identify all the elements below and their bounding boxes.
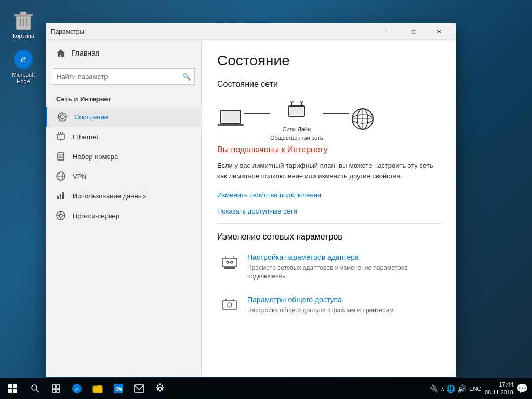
taskbar-right: 🔌 ∧ 🌐 🔊 ENG 17:44 08.11.2018 💬 (430, 381, 532, 397)
svg-rect-65 (13, 384, 17, 388)
taskbar-sys-icons: 🔌 ∧ 🌐 🔊 (430, 384, 466, 393)
svg-rect-72 (52, 389, 56, 392)
window-title: Параметры (51, 28, 377, 35)
sidebar-vpn-label: VPN (73, 172, 87, 180)
svg-rect-14 (57, 134, 64, 139)
svg-rect-28 (57, 196, 59, 200)
caret-icon: ∧ (441, 386, 444, 392)
adapter-desc: Просмотр сетевых адаптеров и изменение п… (247, 263, 437, 281)
main-content: Состояние Состояние сети (202, 40, 456, 377)
sidebar-item-datausage[interactable]: Использование данных (46, 186, 201, 206)
minimize-button[interactable]: — (377, 23, 401, 40)
taskbar-search-button[interactable] (25, 378, 46, 399)
info-text: Если у вас лимитный тарифный план, вы мо… (217, 161, 435, 181)
sidebar-item-vpn[interactable]: VPN (46, 166, 201, 186)
recycle-bin-icon[interactable]: Корзина (5, 8, 42, 41)
clock-date: 08.11.2018 (485, 389, 513, 396)
taskbar-mail-icon (134, 384, 144, 393)
network-status-title: Состояние сети (217, 79, 441, 89)
sidebar-status-label: Состояние (74, 113, 108, 121)
task-view-icon (52, 384, 60, 393)
close-button[interactable]: ✕ (427, 23, 451, 40)
internet-device (349, 105, 376, 132)
taskbar-network-icon: 🌐 (446, 384, 455, 393)
sidebar-item-dialup[interactable]: Набор номера (46, 147, 201, 166)
adapter-icon (220, 253, 239, 272)
notification-icon[interactable]: 💬 (516, 383, 528, 394)
change-properties-link[interactable]: Изменить свойства подключения (217, 191, 441, 199)
svg-rect-39 (218, 124, 244, 126)
taskbar-volume-icon: 🔊 (457, 384, 466, 393)
svg-rect-73 (57, 389, 60, 392)
sidebar-home-button[interactable]: Главная (46, 40, 201, 66)
svg-point-56 (227, 261, 229, 263)
taskbar-lang: ENG (469, 385, 482, 392)
page-title: Состояние (217, 52, 441, 69)
globe-icon (349, 105, 376, 132)
sidebar-search-input[interactable] (52, 68, 195, 85)
sidebar-item-ethernet[interactable]: Ethernet (46, 127, 201, 147)
network-status-icon: 🔌 (430, 384, 438, 393)
show-networks-link[interactable]: Показать доступные сети (217, 207, 441, 215)
svg-rect-64 (8, 384, 12, 388)
desktop: Корзина e Microsoft Edge Параметры — □ ✕ (0, 0, 532, 399)
svg-point-68 (32, 385, 37, 390)
svg-point-9 (60, 115, 64, 119)
svg-line-43 (290, 101, 292, 103)
svg-point-24 (62, 156, 63, 157)
svg-text:e: e (21, 52, 26, 65)
taskbar-search-icon (31, 384, 39, 393)
sidebar: Главная 🔍 Сеть и Интернет (46, 40, 202, 377)
svg-rect-71 (57, 385, 60, 388)
section-divider (217, 223, 441, 224)
taskbar-store-button[interactable]: 🛍 (108, 378, 129, 399)
taskbar-settings-icon (155, 383, 165, 394)
sidebar-ethernet-label: Ethernet (73, 133, 98, 141)
sidebar-section-title: Сеть и Интернет (46, 91, 201, 107)
svg-text:🛍: 🛍 (115, 385, 122, 393)
taskbar-edge-button[interactable]: e (66, 378, 87, 399)
svg-text:e: e (75, 385, 78, 393)
svg-point-23 (60, 156, 61, 157)
svg-rect-41 (290, 107, 303, 115)
svg-rect-2 (20, 12, 26, 15)
laptop-icon (217, 105, 244, 132)
svg-line-46 (300, 101, 301, 103)
taskbar-mail-button[interactable] (129, 378, 150, 399)
search-icon: 🔍 (182, 73, 191, 81)
svg-rect-67 (13, 389, 17, 393)
vpn-icon (56, 171, 65, 181)
sidebar-home-label: Главная (72, 49, 99, 57)
window-body: Главная 🔍 Сеть и Интернет (46, 40, 456, 377)
sidebar-item-status[interactable]: Состояние (46, 107, 201, 127)
sharing-content: Параметры общего доступа Настройка общег… (247, 296, 437, 315)
change-settings-title: Изменение сетевых параметров (217, 232, 441, 242)
network-name: Сити-Лайн (283, 126, 311, 132)
maximize-button[interactable]: □ (402, 23, 426, 40)
sidebar-dialup-label: Набор номера (73, 153, 118, 161)
taskbar-store-icon: 🛍 (113, 383, 124, 394)
settings-window: Параметры — □ ✕ Главная � (46, 23, 456, 377)
sharing-icon (220, 296, 239, 314)
edge-desktop-icon[interactable]: e Microsoft Edge (5, 47, 42, 86)
dialup-icon (56, 152, 65, 161)
adapter-settings-item[interactable]: Настройка параметров адаптера Просмотр с… (217, 250, 441, 284)
svg-rect-38 (222, 111, 240, 123)
line-2 (323, 113, 349, 114)
sharing-settings-item[interactable]: Параметры общего доступа Настройка общег… (217, 292, 441, 318)
status-icon (58, 112, 67, 122)
sidebar-item-proxy[interactable]: Прокси-сервер (46, 206, 201, 225)
title-bar: Параметры — □ ✕ (46, 23, 456, 40)
windows-logo-icon (8, 384, 17, 393)
task-view-button[interactable] (46, 378, 66, 399)
taskbar-explorer-icon (92, 383, 103, 394)
connected-status: Вы подключены к Интернету (217, 145, 441, 154)
svg-point-63 (228, 303, 232, 307)
network-diagram: Сити-Лайн Общественная сеть (217, 97, 441, 141)
start-button[interactable] (0, 378, 25, 399)
taskbar-edge-icon: e (72, 383, 82, 394)
taskbar-explorer-button[interactable] (87, 378, 108, 399)
taskbar-settings-button[interactable] (150, 378, 170, 399)
network-type: Общественная сеть (270, 135, 323, 141)
laptop-device (217, 105, 244, 132)
